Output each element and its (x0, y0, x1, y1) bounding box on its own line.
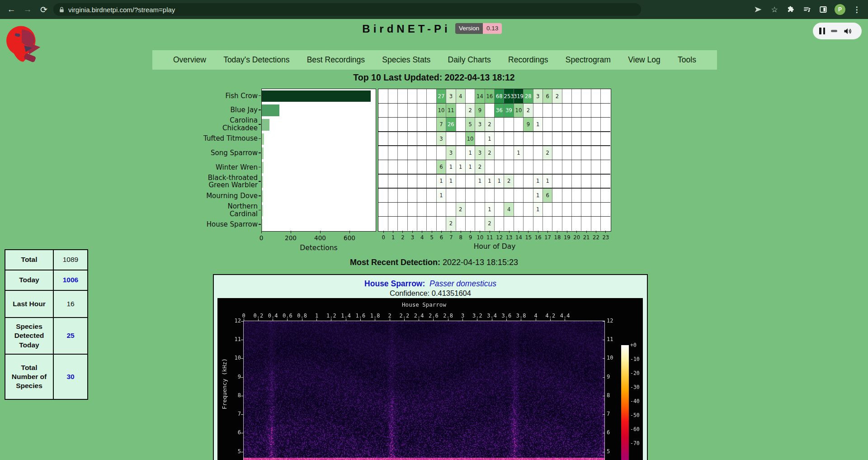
heatmap-cell: 319 (514, 89, 523, 103)
stats-value-total: 1089 (53, 250, 88, 270)
heatmap-cell: 1 (533, 118, 542, 132)
media-queue-icon[interactable] (802, 5, 812, 14)
top10-heading: Top 10 Last Updated: 2022-04-13 18:12 (0, 72, 868, 83)
back-button[interactable]: ← (5, 3, 18, 16)
extensions-icon[interactable] (786, 5, 796, 14)
hour-axis-tick: 21 (581, 234, 591, 241)
detection-scientific: Passer domesticus (429, 279, 496, 288)
bar-chart-plot (261, 89, 376, 232)
nav-item-best-recordings[interactable]: Best Recordings (307, 55, 365, 65)
stats-row-today: Today1006 (5, 270, 88, 290)
heatmap-cell: 39 (504, 103, 514, 117)
reload-button[interactable]: ⟳ (37, 3, 51, 16)
heatmap-cell: 253 (504, 89, 514, 103)
hour-axis-tick: 6 (436, 234, 446, 241)
nav-item-tools[interactable]: Tools (678, 55, 696, 65)
heatmap-cell: 28 (524, 89, 533, 103)
species-label: Fish Crow (149, 89, 258, 103)
bar-northern-cardinal (262, 205, 263, 217)
birdnetpi-logo (5, 24, 46, 65)
heatmap-cell: 11 (446, 103, 456, 117)
nav-item-species-stats[interactable]: Species Stats (382, 55, 430, 65)
version-value: 0.13 (483, 23, 502, 34)
heatmap-cell: 1 (533, 202, 542, 216)
heatmap-cell: 3 (446, 89, 456, 103)
heatmap-cell: 2 (504, 174, 514, 188)
hour-axis-tick: 7 (446, 234, 456, 241)
hour-axis-tick: 13 (504, 234, 514, 241)
species-label: Tufted Titmouse (149, 132, 258, 146)
species-label: Northern Cardinal (149, 203, 258, 218)
stats-label: Last Hour (5, 290, 53, 318)
nav-item-recordings[interactable]: Recordings (508, 55, 548, 65)
confidence-label: Confidence: (390, 289, 429, 297)
seek-handle[interactable] (831, 30, 837, 32)
most-recent-detection: Most Recent Detection: 2022-04-13 18:15:… (0, 258, 868, 267)
stats-label: Species Detected Today (5, 318, 53, 354)
heatmap-cell: 1 (485, 174, 494, 188)
menu-icon[interactable]: ⋮ (852, 5, 862, 14)
bar-axis-label: Detections (261, 244, 376, 252)
stats-row-last-hour: Last Hour16 (5, 290, 88, 318)
heatmap-cell: 1 (465, 146, 475, 160)
share-icon[interactable] (753, 5, 763, 14)
nav-item-overview[interactable]: Overview (173, 55, 206, 65)
detection-species[interactable]: House Sparrow: (364, 279, 425, 288)
stats-table: Total1089Today1006Last Hour16Species Det… (5, 249, 88, 400)
detection-species-line: House Sparrow: Passer domesticus (213, 279, 648, 289)
bar-blue-jay (262, 104, 279, 116)
hour-axis-tick: 23 (601, 234, 611, 241)
bar-axis-tick: 200 (281, 234, 301, 242)
heatmap-cell: 6 (542, 89, 552, 103)
heatmap-cell: 1 (456, 160, 465, 174)
nav-item-daily-charts[interactable]: Daily Charts (448, 55, 491, 65)
heatmap-cell: 1 (485, 132, 494, 146)
bookmark-star-icon[interactable]: ☆ (769, 5, 779, 14)
bar-house-sparrow (262, 219, 263, 231)
url-bar[interactable]: virginia.birdnetpi.com/?stream=play (53, 3, 641, 16)
stats-value-today[interactable]: 1006 (53, 270, 88, 290)
heatmap-cell: 1 (533, 174, 542, 188)
heatmap-cell: 68 (495, 89, 504, 103)
stats-value-last-hour: 16 (53, 290, 88, 318)
forward-button[interactable]: → (21, 3, 34, 16)
hour-axis-tick: 19 (562, 234, 572, 241)
heatmap-cell: 2 (552, 89, 562, 103)
hour-axis-tick: 16 (533, 234, 543, 241)
heatmap-cell: 3 (446, 146, 456, 160)
volume-icon[interactable] (843, 27, 852, 36)
heatmap-cell: 1 (465, 160, 475, 174)
heatmap-cell: 2 (456, 202, 465, 216)
profile-avatar[interactable]: P (835, 4, 845, 15)
nav-item-view-log[interactable]: View Log (628, 55, 660, 65)
heatmap-cell: 3 (475, 146, 485, 160)
stats-label: Total (5, 250, 53, 270)
nav-item-spectrogram[interactable]: Spectrogram (566, 55, 611, 65)
heatmap-cell: 3 (533, 89, 542, 103)
bar-carolina-chickadee (262, 119, 269, 131)
most-recent-label: Most Recent Detection: (350, 258, 440, 267)
nav-item-today-s-detections[interactable]: Today's Detections (223, 55, 289, 65)
page-title: BirdNET-Pi (362, 23, 450, 35)
version-label: Version (455, 23, 483, 34)
stats-value-total-number-of-species[interactable]: 30 (53, 354, 88, 399)
heatmap-cell: 2 (524, 103, 533, 117)
hour-axis-tick: 2 (398, 234, 408, 241)
heatmap-cell: 14 (475, 89, 485, 103)
stats-value-species-detected-today[interactable]: 25 (53, 318, 88, 354)
heatmap-cell: 6 (542, 188, 552, 202)
stats-row-species-detected-today: Species Detected Today25 (5, 318, 88, 354)
audio-player[interactable] (813, 23, 862, 39)
heatmap-cell: 27 (436, 89, 446, 103)
hour-axis-tick: 15 (524, 234, 533, 241)
hour-axis-tick: 0 (378, 234, 388, 241)
stats-table-wrap: Total1089Today1006Last Hour16Species Det… (5, 249, 88, 400)
hour-axis-tick: 12 (495, 234, 505, 241)
most-recent-value: 2022-04-13 18:15:23 (443, 258, 518, 267)
heatmap-cell: 10 (514, 103, 523, 117)
heatmap-cell: 36 (495, 103, 504, 117)
bar-black-throated-green-warbler (262, 176, 263, 188)
sidebar-icon[interactable] (818, 5, 828, 14)
stats-label: Today (5, 270, 53, 290)
pause-button[interactable] (819, 28, 825, 34)
